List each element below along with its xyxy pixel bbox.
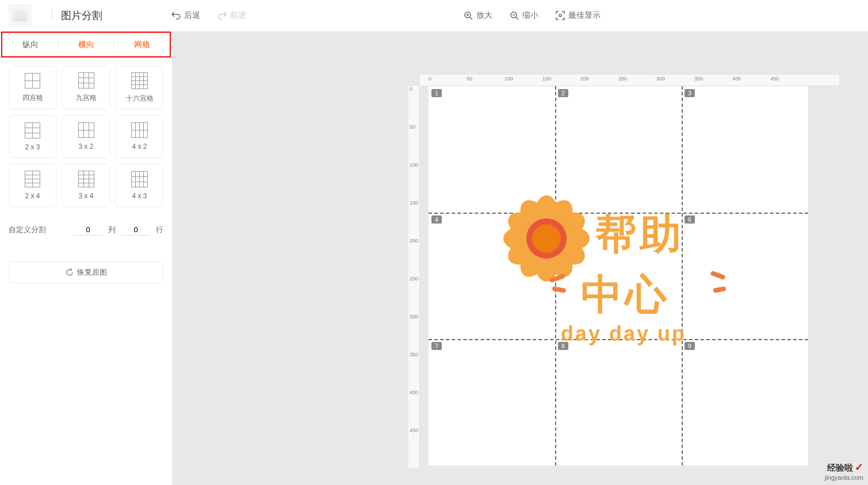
- vertical-ruler: 050100150200250300350400450: [408, 86, 420, 468]
- fit-screen-button[interactable]: 最佳显示: [556, 10, 601, 21]
- image-canvas[interactable]: 1 2 3 4 5 6 7 8 9 帮助 中心 day day up: [429, 86, 808, 465]
- fit-icon: [556, 11, 565, 20]
- option-3x3[interactable]: 九宫格: [62, 66, 110, 109]
- undo-icon: [171, 11, 181, 20]
- cols-unit: 列: [108, 225, 116, 235]
- redo-icon: [217, 11, 227, 20]
- svg-point-1: [16, 12, 18, 14]
- artwork-text-2: 中心: [581, 267, 670, 322]
- tab-grid[interactable]: 网格: [114, 33, 170, 56]
- zoom-out-icon: [510, 11, 519, 20]
- grid-4x2-icon: [131, 122, 148, 138]
- option-4x4[interactable]: 十六宫格: [116, 66, 163, 109]
- grid-3x2-icon: [78, 122, 94, 138]
- watermark: 经验啦 ✓ jingyanla.com: [825, 461, 863, 482]
- split-mode-tabs: 纵向 横向 网格: [1, 32, 171, 57]
- option-4x2[interactable]: 4 x 2: [116, 115, 163, 158]
- cell-number: 7: [431, 342, 442, 350]
- grid-2x3-icon: [25, 122, 40, 138]
- grid-3x4-icon: [78, 171, 94, 187]
- cell-number: 4: [431, 215, 442, 224]
- option-2x4[interactable]: 2 x 4: [9, 164, 56, 207]
- grid-preset-options: 四宫格 九宫格 十六宫格 2 x 3 3 x 2 4 x 2 2 x 4 3 x…: [0, 57, 172, 215]
- artwork-text-1: 帮助: [595, 207, 684, 262]
- zoom-in-button[interactable]: 放大: [464, 10, 492, 21]
- svg-line-3: [470, 17, 472, 20]
- horizontal-ruler: 050100150200250300350400450: [420, 75, 839, 86]
- divider: [52, 10, 52, 21]
- grid-2x2-icon: [25, 73, 40, 88]
- zoom-in-icon: [464, 11, 473, 20]
- grid-4x4-icon: [131, 72, 148, 89]
- tab-horizontal[interactable]: 横向: [58, 33, 114, 56]
- option-3x4[interactable]: 3 x 4: [62, 164, 110, 207]
- redo-button[interactable]: 前进: [217, 10, 246, 21]
- option-2x2[interactable]: 四宫格: [9, 66, 56, 109]
- tab-vertical[interactable]: 纵向: [2, 33, 58, 56]
- image-placeholder-icon: [13, 10, 27, 21]
- restore-original-button[interactable]: 恢复原图: [9, 261, 163, 283]
- custom-split-row: 自定义分割 列 行: [0, 215, 172, 244]
- artwork: 帮助 中心 day day up: [498, 190, 739, 374]
- cell-number: 3: [685, 89, 695, 97]
- rows-unit: 行: [156, 225, 163, 235]
- grid-4x3-icon: [131, 171, 148, 187]
- refresh-icon: [66, 268, 74, 276]
- zoom-out-button[interactable]: 缩小: [510, 10, 538, 21]
- cols-input[interactable]: [74, 224, 102, 236]
- canvas-area: 050100150200250300350400450 050100150200…: [173, 32, 868, 485]
- sidebar: 纵向 横向 网格 四宫格 九宫格 十六宫格 2 x 3 3 x 2 4 x 2 …: [0, 32, 173, 485]
- cell-number: 1: [431, 89, 442, 97]
- option-2x3[interactable]: 2 x 3: [9, 115, 56, 158]
- logo-thumbnail[interactable]: [9, 4, 32, 27]
- custom-split-label: 自定义分割: [9, 225, 46, 235]
- svg-point-9: [559, 14, 561, 17]
- checkmark-icon: ✓: [855, 461, 863, 473]
- grid-2x4-icon: [25, 171, 40, 187]
- grid-3x3-icon: [78, 72, 94, 88]
- undo-button[interactable]: 后退: [171, 10, 200, 21]
- option-3x2[interactable]: 3 x 2: [62, 115, 110, 158]
- svg-line-7: [516, 17, 518, 20]
- top-toolbar: 图片分割 后退 前进 放大 缩小 最佳显示: [0, 0, 868, 32]
- cell-number: 2: [558, 89, 568, 97]
- artwork-text-3: day day up: [561, 322, 686, 346]
- rows-input[interactable]: [121, 224, 150, 236]
- option-4x3[interactable]: 4 x 3: [116, 164, 163, 207]
- page-title: 图片分割: [61, 9, 102, 22]
